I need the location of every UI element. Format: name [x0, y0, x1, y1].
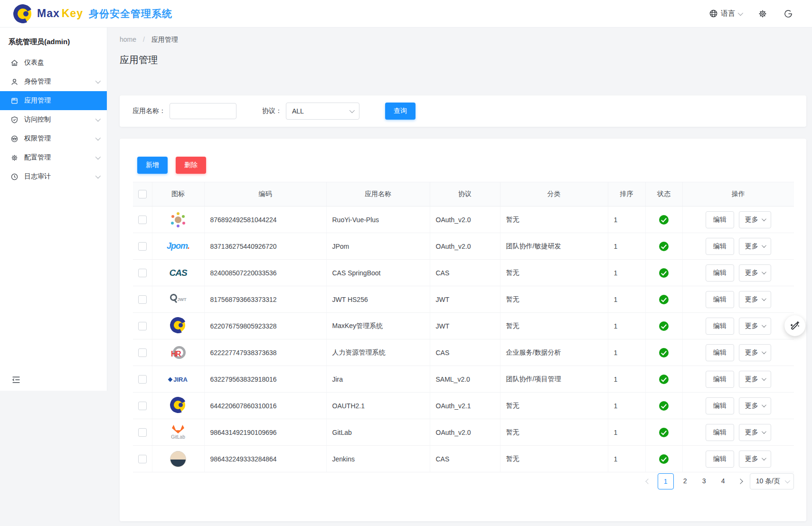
chevron-down-icon	[762, 323, 766, 328]
sidebar-item-label: 配置管理	[24, 153, 90, 162]
more-button[interactable]: 更多	[739, 238, 771, 255]
cell-protocol: OAuth_v2.0	[430, 233, 500, 260]
row-checkbox[interactable]	[138, 455, 147, 463]
cas-app-icon: CAS	[169, 268, 187, 278]
row-checkbox[interactable]	[138, 216, 147, 224]
page-button-3[interactable]: 3	[697, 473, 712, 488]
col-header-protocol: 协议	[430, 182, 500, 207]
cell-name: RuoYi-Vue-Plus	[326, 207, 430, 233]
sidebar-menu: 仪表盘身份管理应用管理访问控制权限管理配置管理日志审计	[0, 53, 107, 186]
cell-sort: 1	[608, 260, 645, 286]
header-actions: 语言	[709, 9, 793, 19]
status-enabled-icon	[659, 428, 669, 437]
cell-code: 824008507220033536	[204, 260, 326, 286]
sidebar-item-apps[interactable]: 应用管理	[0, 91, 107, 110]
cell-status	[645, 419, 682, 446]
settings-button[interactable]	[758, 9, 767, 19]
edit-button[interactable]: 编辑	[706, 238, 734, 255]
cell-select	[133, 339, 152, 366]
app-header: Max Key 身份安全管理系统 语言	[0, 0, 812, 28]
cell-actions: 编辑更多	[682, 339, 794, 366]
cell-name: OAUTH2.1	[326, 393, 430, 419]
app-name-input[interactable]	[170, 103, 236, 119]
cell-name: MaxKey管理系统	[326, 313, 430, 339]
row-checkbox[interactable]	[138, 402, 147, 410]
chevron-down-icon	[762, 270, 766, 274]
collapse-sidebar-button[interactable]	[11, 376, 21, 386]
cell-select	[133, 393, 152, 419]
more-button[interactable]: 更多	[739, 424, 771, 441]
breadcrumb-home[interactable]: home	[120, 36, 136, 43]
chevron-down-icon	[762, 403, 766, 407]
row-checkbox[interactable]	[138, 295, 147, 304]
row-checkbox[interactable]	[138, 322, 147, 330]
cell-status	[645, 366, 682, 393]
cell-sort: 1	[608, 419, 645, 446]
delete-button[interactable]: 删除	[176, 157, 206, 174]
row-checkbox[interactable]	[138, 269, 147, 277]
assistant-fab-button[interactable]	[784, 315, 805, 336]
row-checkbox[interactable]	[138, 428, 147, 437]
search-button[interactable]: 查询	[385, 103, 415, 120]
sidebar-item-access[interactable]: 访问控制	[0, 110, 107, 129]
table-row: 644220607860310016OAUTH2.1OAuth_v2.1暂无1编…	[133, 393, 794, 419]
edit-button[interactable]: 编辑	[706, 264, 734, 282]
apps-table: 图标编码应用名称协议分类排序状态操作 876892492581044224Ruo…	[133, 182, 794, 472]
page-size-select[interactable]: 10 条/页	[750, 473, 794, 489]
edit-button[interactable]: 编辑	[706, 371, 734, 388]
sidebar-item-permission[interactable]: 权限管理	[0, 129, 107, 148]
chevron-down-icon	[762, 216, 766, 221]
more-button[interactable]: 更多	[739, 371, 771, 388]
cell-code: 986431492190109696	[204, 419, 326, 446]
page-button-2[interactable]: 2	[678, 473, 693, 488]
protocol-select[interactable]: ALL	[286, 103, 359, 120]
more-button[interactable]: 更多	[739, 397, 771, 414]
row-checkbox[interactable]	[138, 375, 147, 384]
edit-button[interactable]: 编辑	[706, 424, 734, 441]
cell-sort: 1	[608, 286, 645, 313]
edit-button[interactable]: 编辑	[706, 397, 734, 414]
edit-button[interactable]: 编辑	[706, 344, 734, 361]
page-button-4[interactable]: 4	[716, 473, 731, 488]
cell-code: 632279563832918016	[204, 366, 326, 393]
row-checkbox[interactable]	[138, 348, 147, 357]
select-all-checkbox[interactable]	[138, 190, 147, 198]
cell-category: 暂无	[500, 286, 608, 313]
table-panel: 新增 删除 图标编码应用名称协议分类排序状态操作 876892492581044…	[120, 139, 806, 521]
brand-text-suffix: 身份安全管理系统	[89, 7, 172, 20]
add-button[interactable]: 新增	[137, 157, 168, 174]
cell-category: 暂无	[500, 313, 608, 339]
next-page-button[interactable]	[735, 474, 746, 489]
more-button[interactable]: 更多	[739, 344, 771, 361]
edit-button[interactable]: 编辑	[706, 211, 734, 228]
sidebar-item-config[interactable]: 配置管理	[0, 148, 107, 167]
edit-button[interactable]: 编辑	[706, 291, 734, 308]
more-button[interactable]: 更多	[739, 264, 771, 282]
protocol-select-value: ALL	[292, 107, 304, 115]
prev-page-button[interactable]	[642, 474, 654, 489]
row-checkbox[interactable]	[138, 242, 147, 251]
more-button[interactable]: 更多	[739, 318, 771, 335]
edit-button[interactable]: 编辑	[706, 451, 734, 468]
status-enabled-icon	[659, 375, 669, 384]
sidebar-item-label: 日志审计	[24, 172, 90, 181]
more-button[interactable]: 更多	[739, 211, 771, 228]
page-button-1[interactable]: 1	[658, 473, 674, 489]
maxkey-app-icon	[170, 397, 186, 413]
app-name-label: 应用名称：	[132, 107, 166, 115]
more-button[interactable]: 更多	[739, 451, 771, 468]
table-row: Jpom.837136275440926720JPomOAuth_v2.0团队协…	[133, 233, 794, 260]
chevron-down-icon	[95, 116, 101, 122]
language-menu[interactable]: 语言	[709, 9, 742, 18]
chevron-down-icon	[95, 154, 101, 160]
cell-icon	[152, 393, 204, 419]
table-row: JIRA632279563832918016JiraSAML_v2.0团队协作/…	[133, 366, 794, 393]
sidebar-item-audit[interactable]: 日志审计	[0, 167, 107, 186]
cell-actions: 编辑更多	[682, 446, 794, 472]
logout-button[interactable]	[784, 9, 793, 19]
ruoyi-app-icon	[169, 211, 187, 229]
more-button[interactable]: 更多	[739, 291, 771, 308]
sidebar-item-dashboard[interactable]: 仪表盘	[0, 53, 107, 72]
edit-button[interactable]: 编辑	[706, 318, 734, 335]
sidebar-item-identity[interactable]: 身份管理	[0, 72, 107, 91]
